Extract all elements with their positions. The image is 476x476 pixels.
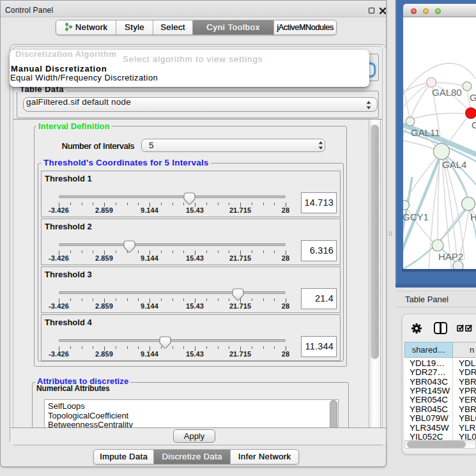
svg-text:H: H bbox=[470, 211, 476, 222]
svg-text:C: C bbox=[472, 119, 476, 130]
svg-text:GAL11: GAL11 bbox=[411, 127, 440, 138]
svg-text:HAP2: HAP2 bbox=[438, 251, 463, 262]
svg-text:GCY1: GCY1 bbox=[403, 211, 429, 222]
svg-text:GAL4: GAL4 bbox=[442, 159, 466, 170]
svg-text:GAL80: GAL80 bbox=[432, 87, 462, 98]
svg-text:G: G bbox=[470, 92, 476, 103]
